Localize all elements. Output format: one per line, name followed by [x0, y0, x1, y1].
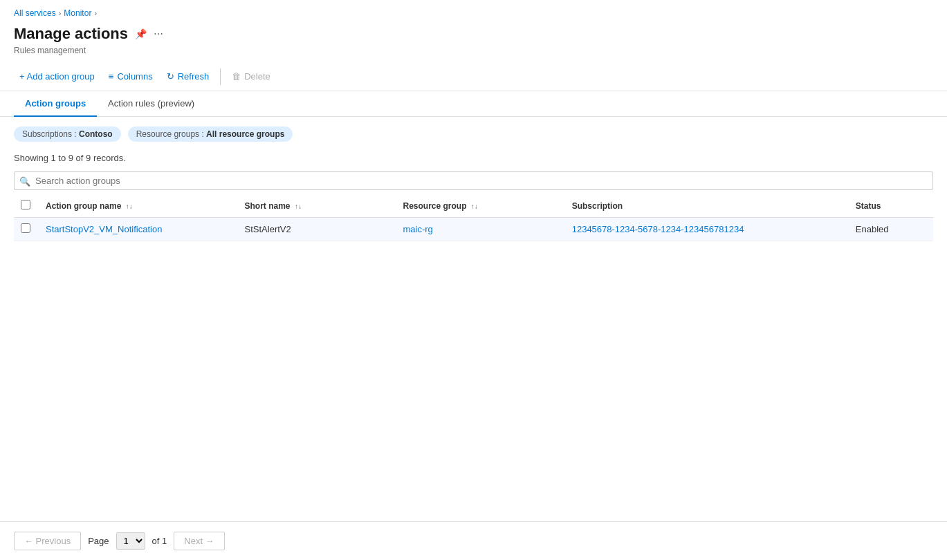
sort-icon-short: ↑↓ — [295, 203, 302, 210]
subscription-filter[interactable]: Subscriptions : Contoso — [14, 127, 121, 142]
columns-icon: ≡ — [109, 71, 114, 82]
page-header: Manage actions 📌 ⋯ — [0, 21, 947, 46]
short-name-cell: StStAlertV2 — [238, 218, 396, 241]
action-group-name-link[interactable]: StartStopV2_VM_Notification — [46, 224, 162, 234]
filters: Subscriptions : Contoso Resource groups … — [0, 117, 947, 146]
col-header-status: Status — [849, 194, 933, 218]
resource-group-cell: maic-rg — [396, 218, 564, 241]
search-icon: 🔍 — [19, 176, 30, 186]
sort-icon-name: ↑↓ — [126, 203, 133, 210]
col-header-subscription: Subscription — [565, 194, 849, 218]
select-all-checkbox[interactable] — [21, 200, 30, 209]
table-row: StartStopV2_VM_Notification StStAlertV2 … — [14, 218, 933, 241]
delete-button[interactable]: 🗑 Delete — [226, 68, 276, 85]
resource-group-filter[interactable]: Resource groups : All resource groups — [128, 127, 293, 142]
table-header-row: Action group name ↑↓ Short name ↑↓ Resou… — [14, 194, 933, 218]
page-subtitle: Rules management — [0, 46, 947, 62]
records-info: Showing 1 to 9 of 9 records. — [0, 146, 947, 167]
search-input[interactable] — [14, 171, 933, 190]
select-all-header[interactable] — [14, 194, 39, 218]
breadcrumb-all-services[interactable]: All services — [14, 8, 56, 18]
delete-icon: 🗑 — [232, 71, 241, 82]
toolbar: + Add action group ≡ Columns ↻ Refresh 🗑… — [0, 62, 947, 91]
columns-button[interactable]: ≡ Columns — [103, 68, 158, 85]
resource-group-link[interactable]: maic-rg — [403, 224, 432, 234]
search-bar: 🔍 — [14, 171, 933, 190]
row-checkbox-cell[interactable] — [14, 218, 39, 241]
col-header-resource-group[interactable]: Resource group ↑↓ — [396, 194, 564, 218]
pin-icon[interactable]: 📌 — [135, 28, 147, 39]
subscription-cell: 12345678-1234-5678-1234-123456781234 — [565, 218, 849, 241]
action-groups-table: Action group name ↑↓ Short name ↑↓ Resou… — [14, 194, 933, 241]
tabs: Action groups Action rules (preview) — [0, 91, 947, 117]
refresh-button[interactable]: ↻ Refresh — [161, 68, 215, 85]
refresh-icon: ↻ — [167, 71, 174, 82]
status-cell: Enabled — [849, 218, 933, 241]
subscription-link[interactable]: 12345678-1234-5678-1234-123456781234 — [572, 224, 744, 234]
toolbar-divider — [220, 68, 221, 85]
action-group-name-cell: StartStopV2_VM_Notification — [39, 218, 238, 241]
table-container: Action group name ↑↓ Short name ↑↓ Resou… — [0, 194, 947, 241]
breadcrumb-monitor[interactable]: Monitor — [64, 8, 91, 18]
breadcrumb: All services › Monitor › — [0, 0, 947, 21]
row-checkbox[interactable] — [21, 223, 30, 233]
tab-action-groups[interactable]: Action groups — [14, 91, 97, 117]
more-options-icon[interactable]: ⋯ — [154, 28, 163, 39]
page-title: Manage actions — [14, 25, 128, 43]
col-header-name[interactable]: Action group name ↑↓ — [39, 194, 238, 218]
add-action-group-button[interactable]: + Add action group — [14, 68, 100, 85]
tab-action-rules[interactable]: Action rules (preview) — [97, 91, 205, 117]
sort-icon-rg: ↑↓ — [471, 203, 478, 210]
col-header-short-name[interactable]: Short name ↑↓ — [238, 194, 396, 218]
